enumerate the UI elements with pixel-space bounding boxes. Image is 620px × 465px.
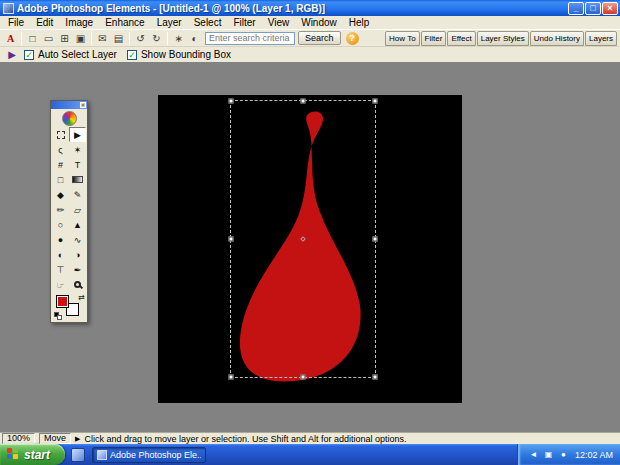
tool-dodge[interactable]: ◐ xyxy=(52,247,69,262)
browse-icon[interactable]: ⊞ xyxy=(57,31,72,46)
messenger-icon[interactable]: ● xyxy=(558,449,569,460)
selection-handle-e[interactable] xyxy=(373,237,378,242)
menu-view[interactable]: View xyxy=(262,16,296,29)
toolbar-separator xyxy=(91,32,92,45)
selection-handle-se[interactable] xyxy=(373,375,378,380)
selection-handle-sw[interactable] xyxy=(229,375,234,380)
selection-handle-n[interactable] xyxy=(301,99,306,104)
selection-handle-s[interactable] xyxy=(301,375,306,380)
selection-center-marker xyxy=(300,236,306,242)
windows-flag-icon xyxy=(7,448,20,461)
new-file-icon[interactable]: □ xyxy=(25,31,40,46)
shortcuts-bar: A □ ▭ ⊞ ▣ ✉ ▤ ↺ ↻ ∗ ◐ Search ? How To Fi… xyxy=(0,29,620,46)
marquee-icon xyxy=(57,131,65,139)
toolbox-titlebar[interactable]: × xyxy=(51,101,87,109)
open-file-icon[interactable]: ▭ xyxy=(41,31,56,46)
color-swatches: ⇄ xyxy=(51,292,87,322)
quick-launch-icon[interactable] xyxy=(71,448,85,462)
menu-image[interactable]: Image xyxy=(59,16,99,29)
start-button[interactable]: start xyxy=(0,444,65,465)
color-variations-icon[interactable]: ◐ xyxy=(187,31,202,46)
save-icon[interactable]: ▣ xyxy=(73,31,88,46)
tool-brush[interactable]: ✎ xyxy=(69,187,86,202)
tool-crop[interactable]: # xyxy=(52,157,69,172)
search-input[interactable] xyxy=(205,32,295,45)
tool-shape[interactable]: □ xyxy=(52,172,69,187)
step-forward-icon[interactable]: ↻ xyxy=(149,31,164,46)
quick-fix-icon[interactable]: ∗ xyxy=(171,31,186,46)
menu-select[interactable]: Select xyxy=(188,16,228,29)
menu-bar: File Edit Image Enhance Layer Select Fil… xyxy=(0,16,620,29)
minimize-button[interactable]: _ xyxy=(568,2,584,15)
tool-eraser[interactable]: ▱ xyxy=(69,202,86,217)
tool-grid: ▶ ς ✶ # T □ ◆ ✎ ✏ ▱ ○ ▲ ● ∿ ◐ ◑ ⊤ ✒ ☞ xyxy=(51,127,87,292)
menu-layer[interactable]: Layer xyxy=(151,16,188,29)
selection-handle-nw[interactable] xyxy=(229,99,234,104)
workspace: × ▶ ς ✶ # T □ ◆ ✎ ✏ ▱ ○ ▲ ● ∿ ◐ ◑ ⊤ ✒ ☞ xyxy=(0,62,620,432)
menu-filter[interactable]: Filter xyxy=(227,16,261,29)
tab-layers[interactable]: Layers xyxy=(585,31,617,46)
tool-pencil[interactable]: ✏ xyxy=(52,202,69,217)
volume-icon[interactable]: ◄ xyxy=(528,449,539,460)
print-icon[interactable]: ▤ xyxy=(111,31,126,46)
active-tool-icon: ▶ xyxy=(4,49,20,60)
tab-filter[interactable]: Filter xyxy=(421,31,447,46)
tool-move[interactable]: ▶ xyxy=(69,127,86,142)
menu-help[interactable]: Help xyxy=(343,16,376,29)
toolbox-close-icon[interactable]: × xyxy=(80,102,86,108)
tab-layer-styles[interactable]: Layer Styles xyxy=(477,31,529,46)
swap-colors-icon[interactable]: ⇄ xyxy=(78,294,85,302)
tool-gradient[interactable] xyxy=(69,172,86,187)
attach-email-icon[interactable]: ✉ xyxy=(95,31,110,46)
taskbar-clock: 12:02 AM xyxy=(573,450,613,460)
close-button[interactable]: × xyxy=(602,2,618,15)
tool-hand[interactable]: ☞ xyxy=(52,277,69,292)
tool-marquee[interactable] xyxy=(52,127,69,142)
auto-select-layer-checkbox[interactable]: ✓ xyxy=(24,50,34,60)
status-bar: 100% Move ▶ Click and drag to move layer… xyxy=(0,432,620,444)
help-icon[interactable]: ? xyxy=(346,32,359,45)
selection-bounding-box[interactable] xyxy=(230,100,376,378)
menu-edit[interactable]: Edit xyxy=(30,16,59,29)
menu-enhance[interactable]: Enhance xyxy=(99,16,150,29)
tool-eyedropper[interactable]: ✒ xyxy=(69,262,86,277)
foreground-swatch[interactable] xyxy=(56,295,69,308)
tool-type[interactable]: T xyxy=(69,157,86,172)
tool-sharpen[interactable]: ▲ xyxy=(69,217,86,232)
show-bounding-box-checkbox[interactable]: ✓ xyxy=(127,50,137,60)
tool-smudge[interactable]: ∿ xyxy=(69,232,86,247)
default-colors-icon[interactable] xyxy=(54,312,62,320)
taskbar-item-label: Adobe Photoshop Ele... xyxy=(110,450,201,460)
menu-file[interactable]: File xyxy=(2,16,30,29)
elements-logo-icon xyxy=(62,111,77,126)
step-backward-icon[interactable]: ↺ xyxy=(133,31,148,46)
adobe-logo-icon[interactable]: A xyxy=(3,31,18,46)
tool-paint-bucket[interactable]: ◆ xyxy=(52,187,69,202)
hint-arrow-icon: ▶ xyxy=(75,435,80,443)
palette-well: How To Filter Effect Layer Styles Undo H… xyxy=(385,31,617,46)
search-button[interactable]: Search xyxy=(298,31,341,45)
zoom-level-field[interactable]: 100% xyxy=(2,433,35,444)
active-tool-field: Move xyxy=(39,433,71,444)
menu-window[interactable]: Window xyxy=(295,16,343,29)
tool-zoom[interactable] xyxy=(69,277,86,292)
maximize-button[interactable]: □ xyxy=(585,2,601,15)
auto-select-layer-label: Auto Select Layer xyxy=(38,49,117,60)
tab-how-to[interactable]: How To xyxy=(385,31,420,46)
toolbar-separator xyxy=(167,32,168,45)
tool-blur[interactable]: ○ xyxy=(52,217,69,232)
tool-burn[interactable]: ◑ xyxy=(69,247,86,262)
document-canvas[interactable] xyxy=(158,95,462,403)
tab-effect[interactable]: Effect xyxy=(447,31,475,46)
taskbar-item-photoshop[interactable]: Adobe Photoshop Ele... xyxy=(92,447,206,463)
toolbar-separator xyxy=(129,32,130,45)
selection-handle-ne[interactable] xyxy=(373,99,378,104)
tool-magic-wand[interactable]: ✶ xyxy=(69,142,86,157)
tool-clone-stamp[interactable]: ⊤ xyxy=(52,262,69,277)
selection-handle-w[interactable] xyxy=(229,237,234,242)
tab-undo-history[interactable]: Undo History xyxy=(530,31,584,46)
tool-sponge[interactable]: ● xyxy=(52,232,69,247)
zoom-icon xyxy=(74,281,81,288)
network-icon[interactable]: ▣ xyxy=(543,449,554,460)
tool-lasso[interactable]: ς xyxy=(52,142,69,157)
